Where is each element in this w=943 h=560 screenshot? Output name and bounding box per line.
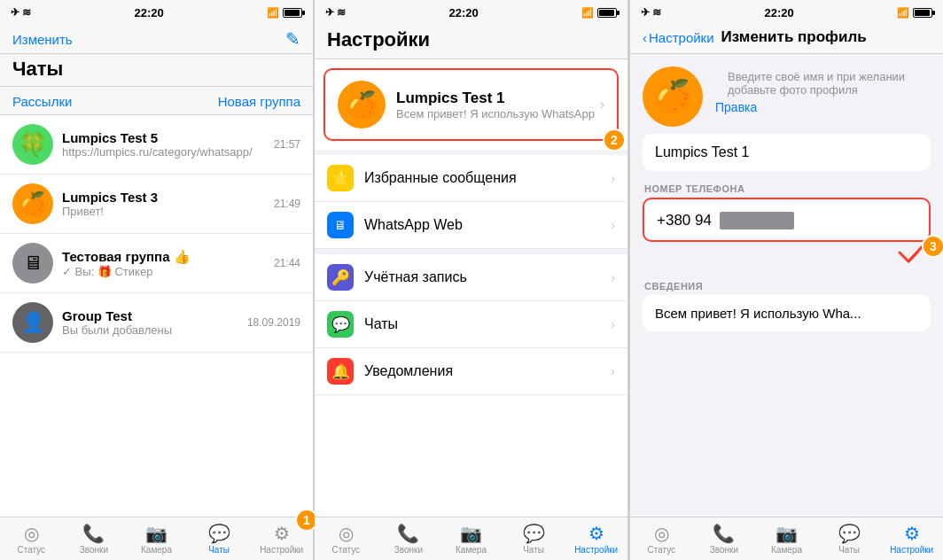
profile-avatar-2: 🍊 (338, 81, 386, 128)
settings-icon-2: ⚙ (588, 523, 604, 544)
new-group-link[interactable]: Новая группа (218, 94, 300, 109)
calls-icon-1: 📞 (82, 523, 105, 544)
profile-big-avatar[interactable]: 🍊 (643, 66, 703, 127)
tab-label-settings-1: Настройки (260, 545, 303, 555)
chat-item-2[interactable]: 🍊 Lumpics Test 3 Привет! 21:49 (0, 175, 313, 234)
tab-status-2[interactable]: ◎ Статус (315, 521, 378, 556)
tab-calls-1[interactable]: 📞 Звонки (63, 521, 126, 556)
chat-info-4: Group Test Вы были добавлены (62, 308, 242, 337)
time-3: 22:20 (765, 6, 794, 19)
battery-3: 📶 (897, 7, 932, 19)
calls-icon-2: 📞 (397, 523, 419, 544)
chat-item-1[interactable]: 🍀 Lumpics Test 5 https://lumpics.ru/cate… (0, 115, 313, 175)
broadcast-link[interactable]: Рассылки (12, 94, 72, 109)
tab-status-1[interactable]: ◎ Статус (0, 521, 63, 556)
tab-settings-2[interactable]: ⚙ Настройки (565, 521, 627, 556)
chats-settings-icon: 💬 (327, 311, 354, 338)
profile-name: Lumpics Test 1 (396, 89, 595, 107)
tab-calls-3[interactable]: 📞 Звонки (693, 521, 756, 556)
tab-camera-2[interactable]: 📷 Камера (440, 521, 503, 556)
phone-section-header: НОМЕР ТЕЛЕФОНА (643, 183, 931, 194)
battery-icon-3 (913, 8, 932, 18)
tab-chats-3[interactable]: 💬 Чаты (818, 521, 881, 556)
whatsapp-web-icon: 🖥 (327, 212, 354, 238)
chat-time-3: 21:44 (274, 257, 300, 269)
nav-bar-1: Изменить ✎ (0, 23, 313, 54)
tab-label-status-3: Статус (647, 545, 675, 555)
avatar-1: 🍀 (12, 124, 53, 165)
chats-icon-2: 💬 (523, 523, 545, 544)
camera-icon-2: 📷 (460, 523, 482, 544)
tab-chats-1[interactable]: 💬 Чаты (188, 521, 251, 556)
chat-item-3[interactable]: 🖥 Тестовая группа 👍 ✓ Вы: 🎁 Стикер 21:44 (0, 234, 313, 293)
chat-name-4: Group Test (62, 308, 242, 323)
tab-label-status-2: Статус (331, 545, 360, 555)
profile-info: Lumpics Test 1 Всем привет! Я использую … (396, 89, 595, 121)
back-to-settings[interactable]: ‹ Настройки (643, 30, 714, 45)
settings-icon-1: ⚙ (274, 523, 290, 544)
chats-settings-chevron: › (611, 317, 615, 331)
edit-profile-panel: ✈ ≋ 22:20 📶 ‹ Настройки Изменить профиль… (629, 0, 943, 560)
account-icon: 🔑 (327, 264, 354, 291)
notifications-icon: 🔔 (327, 358, 354, 385)
tab-label-calls-3: Звонки (710, 545, 738, 555)
time-1: 22:20 (135, 6, 164, 19)
tab-chats-2[interactable]: 💬 Чаты (503, 521, 565, 556)
chat-name-1: Lumpics Test 5 (62, 130, 269, 145)
edit-avatar-link[interactable]: Правка (715, 100, 931, 114)
profile-status: Всем привет! Я использую WhatsApp (396, 107, 595, 121)
tab-camera-3[interactable]: 📷 Камера (755, 521, 818, 556)
profile-nav-bar: ‹ Настройки Изменить профиль (630, 23, 943, 54)
page-title-chats: Чаты (12, 58, 63, 80)
tab-label-calls-2: Звонки (394, 545, 423, 555)
chat-info-3: Тестовая группа 👍 ✓ Вы: 🎁 Стикер (62, 249, 269, 278)
chat-name-3: Тестовая группа 👍 (62, 249, 269, 265)
chats-settings-label: Чаты (364, 316, 611, 332)
profile-chevron: › (600, 97, 604, 113)
avatar-2: 🍊 (12, 183, 53, 224)
avatar-hint: Введите своё имя и при желании добавьте … (728, 66, 931, 97)
settings-icon-3: ⚙ (904, 523, 920, 544)
status-bar-3: ✈ ≋ 22:20 📶 (630, 0, 943, 23)
whatsapp-web-chevron: › (611, 218, 615, 232)
tab-label-camera-3: Камера (771, 545, 802, 555)
tab-label-camera-2: Камера (456, 545, 487, 555)
profile-body: 🍊 Введите своё имя и при желании добавьт… (630, 54, 943, 517)
settings-row-favorites[interactable]: ⭐ Избранные сообщения › (315, 155, 627, 202)
battery-2: 📶 (581, 7, 617, 19)
tab-camera-1[interactable]: 📷 Камера (125, 521, 188, 556)
settings-row-chats[interactable]: 💬 Чаты › (315, 301, 627, 348)
tab-label-chats-3: Чаты (838, 545, 860, 555)
tab-bar-1: ◎ Статус 📞 Звонки 📷 Камера 💬 Чаты ⚙ Наст… (0, 517, 313, 560)
tab-settings-1[interactable]: ⚙ Настройки 1 (250, 521, 313, 556)
favorites-icon: ⭐ (327, 165, 354, 191)
back-chevron-icon: ‹ (643, 30, 647, 45)
step-badge-2: 2 (603, 128, 626, 152)
chat-info-2: Lumpics Test 3 Привет! (62, 190, 269, 218)
tab-label-settings-2: Настройки (574, 545, 618, 555)
profile-card[interactable]: 🍊 Lumpics Test 1 Всем привет! Я использу… (323, 68, 619, 141)
tab-status-3[interactable]: ◎ Статус (630, 521, 693, 556)
settings-row-whatsapp-web[interactable]: 🖥 WhatsApp Web › (315, 202, 627, 249)
edit-action-1[interactable]: Изменить (12, 32, 73, 47)
chat-info-1: Lumpics Test 5 https://lumpics.ru/catego… (62, 130, 269, 159)
notifications-label: Уведомления (364, 363, 611, 379)
tab-calls-2[interactable]: 📞 Звонки (378, 521, 440, 556)
chat-msg-3: ✓ Вы: 🎁 Стикер (62, 265, 269, 278)
account-chevron: › (611, 270, 615, 284)
settings-row-account[interactable]: 🔑 Учётная запись › (315, 254, 627, 301)
tab-settings-3[interactable]: ⚙ Настройки (880, 521, 943, 556)
calls-icon-3: 📞 (713, 523, 735, 544)
favorites-chevron: › (611, 171, 615, 185)
compose-icon[interactable]: ✎ (285, 28, 300, 50)
avatar-4: 👤 (12, 302, 53, 343)
name-field[interactable]: Lumpics Test 1 (643, 134, 931, 171)
battery-1: 📶 (267, 7, 302, 19)
avatar-3: 🖥 (12, 243, 53, 284)
phone-value: +380 94 ███████ (657, 212, 916, 229)
settings-title: Настройки (327, 28, 430, 51)
camera-icon-1: 📷 (145, 523, 168, 544)
chat-item-4[interactable]: 👤 Group Test Вы были добавлены 18.09.201… (0, 293, 313, 353)
settings-row-notifications[interactable]: 🔔 Уведомления › (315, 348, 627, 395)
svedenia-header: СВЕДЕНИЯ (643, 281, 931, 292)
